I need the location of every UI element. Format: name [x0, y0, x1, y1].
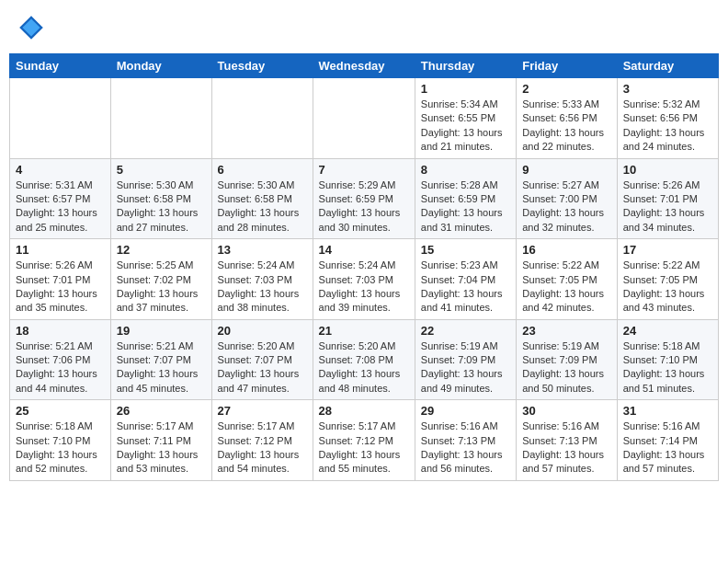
calendar-cell [10, 78, 111, 159]
calendar-cell [110, 78, 211, 159]
day-info: Sunrise: 5:28 AM Sunset: 6:59 PM Dayligh… [421, 178, 510, 236]
calendar-header-row: SundayMondayTuesdayWednesdayThursdayFrid… [10, 54, 719, 78]
calendar-cell: 18Sunrise: 5:21 AM Sunset: 7:06 PM Dayli… [10, 319, 111, 400]
day-info: Sunrise: 5:20 AM Sunset: 7:07 PM Dayligh… [218, 339, 307, 396]
day-info: Sunrise: 5:19 AM Sunset: 7:09 PM Dayligh… [421, 339, 510, 396]
day-number: 3 [623, 82, 712, 96]
day-info: Sunrise: 5:16 AM Sunset: 7:14 PM Dayligh… [623, 419, 712, 477]
calendar-cell: 31Sunrise: 5:16 AM Sunset: 7:14 PM Dayli… [617, 400, 718, 481]
day-number: 5 [117, 163, 206, 177]
day-info: Sunrise: 5:24 AM Sunset: 7:03 PM Dayligh… [319, 259, 409, 316]
calendar-cell: 28Sunrise: 5:17 AM Sunset: 7:12 PM Dayli… [313, 400, 415, 481]
day-number: 2 [522, 82, 610, 96]
day-info: Sunrise: 5:18 AM Sunset: 7:10 PM Dayligh… [16, 419, 105, 477]
day-number: 31 [623, 404, 712, 418]
day-number: 1 [421, 82, 510, 96]
weekday-header-thursday: Thursday [415, 54, 516, 78]
day-info: Sunrise: 5:16 AM Sunset: 7:13 PM Dayligh… [522, 419, 610, 477]
weekday-header-wednesday: Wednesday [313, 54, 415, 78]
weekday-header-tuesday: Tuesday [211, 54, 313, 78]
day-info: Sunrise: 5:24 AM Sunset: 7:03 PM Dayligh… [218, 259, 307, 316]
day-info: Sunrise: 5:30 AM Sunset: 6:58 PM Dayligh… [218, 178, 307, 236]
day-info: Sunrise: 5:26 AM Sunset: 7:01 PM Dayligh… [623, 178, 712, 236]
calendar-cell: 12Sunrise: 5:25 AM Sunset: 7:02 PM Dayli… [110, 239, 211, 320]
calendar-cell: 1Sunrise: 5:34 AM Sunset: 6:55 PM Daylig… [415, 78, 516, 159]
calendar-week-row: 11Sunrise: 5:26 AM Sunset: 7:01 PM Dayli… [10, 239, 719, 320]
day-info: Sunrise: 5:22 AM Sunset: 7:05 PM Dayligh… [522, 259, 610, 316]
calendar-cell: 15Sunrise: 5:23 AM Sunset: 7:04 PM Dayli… [415, 239, 516, 320]
day-number: 20 [218, 324, 307, 338]
calendar-cell: 6Sunrise: 5:30 AM Sunset: 6:58 PM Daylig… [211, 158, 313, 239]
calendar-table: SundayMondayTuesdayWednesdayThursdayFrid… [9, 53, 719, 481]
calendar-cell: 29Sunrise: 5:16 AM Sunset: 7:13 PM Dayli… [415, 400, 516, 481]
calendar-cell: 21Sunrise: 5:20 AM Sunset: 7:08 PM Dayli… [313, 319, 415, 400]
calendar-cell: 26Sunrise: 5:17 AM Sunset: 7:11 PM Dayli… [110, 400, 211, 481]
day-number: 18 [16, 324, 105, 338]
day-info: Sunrise: 5:16 AM Sunset: 7:13 PM Dayligh… [421, 419, 510, 477]
day-number: 19 [117, 324, 206, 338]
calendar-week-row: 4Sunrise: 5:31 AM Sunset: 6:57 PM Daylig… [10, 158, 719, 239]
calendar-cell: 11Sunrise: 5:26 AM Sunset: 7:01 PM Dayli… [10, 239, 111, 320]
page-header [9, 9, 719, 46]
day-info: Sunrise: 5:17 AM Sunset: 7:11 PM Dayligh… [117, 419, 206, 477]
calendar-cell: 9Sunrise: 5:27 AM Sunset: 7:00 PM Daylig… [517, 158, 617, 239]
day-number: 17 [623, 243, 712, 257]
day-number: 30 [522, 404, 610, 418]
day-info: Sunrise: 5:26 AM Sunset: 7:01 PM Dayligh… [16, 259, 105, 316]
logo-icon [17, 13, 46, 42]
calendar-cell: 23Sunrise: 5:19 AM Sunset: 7:09 PM Dayli… [517, 319, 617, 400]
day-number: 26 [117, 404, 206, 418]
day-number: 14 [319, 243, 409, 257]
calendar-cell: 22Sunrise: 5:19 AM Sunset: 7:09 PM Dayli… [415, 319, 516, 400]
calendar-week-row: 18Sunrise: 5:21 AM Sunset: 7:06 PM Dayli… [10, 319, 719, 400]
day-info: Sunrise: 5:22 AM Sunset: 7:05 PM Dayligh… [623, 259, 712, 316]
day-number: 13 [218, 243, 307, 257]
day-number: 24 [623, 324, 712, 338]
day-number: 4 [16, 163, 105, 177]
day-info: Sunrise: 5:30 AM Sunset: 6:58 PM Dayligh… [117, 178, 206, 236]
calendar-cell: 2Sunrise: 5:33 AM Sunset: 6:56 PM Daylig… [517, 78, 617, 159]
calendar-cell: 27Sunrise: 5:17 AM Sunset: 7:12 PM Dayli… [211, 400, 313, 481]
calendar-cell: 8Sunrise: 5:28 AM Sunset: 6:59 PM Daylig… [415, 158, 516, 239]
day-info: Sunrise: 5:19 AM Sunset: 7:09 PM Dayligh… [522, 339, 610, 396]
day-number: 27 [218, 404, 307, 418]
calendar-cell: 30Sunrise: 5:16 AM Sunset: 7:13 PM Dayli… [517, 400, 617, 481]
day-info: Sunrise: 5:29 AM Sunset: 6:59 PM Dayligh… [319, 178, 409, 236]
day-info: Sunrise: 5:33 AM Sunset: 6:56 PM Dayligh… [522, 98, 610, 155]
weekday-header-saturday: Saturday [617, 54, 718, 78]
calendar-cell: 17Sunrise: 5:22 AM Sunset: 7:05 PM Dayli… [617, 239, 718, 320]
day-number: 22 [421, 324, 510, 338]
calendar-cell [211, 78, 313, 159]
calendar-cell: 14Sunrise: 5:24 AM Sunset: 7:03 PM Dayli… [313, 239, 415, 320]
day-number: 21 [319, 324, 409, 338]
calendar-week-row: 1Sunrise: 5:34 AM Sunset: 6:55 PM Daylig… [10, 78, 719, 159]
day-number: 16 [522, 243, 610, 257]
day-number: 23 [522, 324, 610, 338]
day-info: Sunrise: 5:21 AM Sunset: 7:06 PM Dayligh… [16, 339, 105, 396]
day-info: Sunrise: 5:17 AM Sunset: 7:12 PM Dayligh… [319, 419, 409, 477]
day-number: 9 [522, 163, 610, 177]
calendar-cell: 24Sunrise: 5:18 AM Sunset: 7:10 PM Dayli… [617, 319, 718, 400]
calendar-cell: 7Sunrise: 5:29 AM Sunset: 6:59 PM Daylig… [313, 158, 415, 239]
weekday-header-sunday: Sunday [10, 54, 111, 78]
day-number: 15 [421, 243, 510, 257]
calendar-cell: 20Sunrise: 5:20 AM Sunset: 7:07 PM Dayli… [211, 319, 313, 400]
day-info: Sunrise: 5:32 AM Sunset: 6:56 PM Dayligh… [623, 98, 712, 155]
day-number: 12 [117, 243, 206, 257]
calendar-cell: 25Sunrise: 5:18 AM Sunset: 7:10 PM Dayli… [10, 400, 111, 481]
day-number: 10 [623, 163, 712, 177]
day-info: Sunrise: 5:27 AM Sunset: 7:00 PM Dayligh… [522, 178, 610, 236]
day-number: 29 [421, 404, 510, 418]
calendar-cell: 13Sunrise: 5:24 AM Sunset: 7:03 PM Dayli… [211, 239, 313, 320]
day-info: Sunrise: 5:31 AM Sunset: 6:57 PM Dayligh… [16, 178, 105, 236]
day-number: 7 [319, 163, 409, 177]
calendar-cell: 4Sunrise: 5:31 AM Sunset: 6:57 PM Daylig… [10, 158, 111, 239]
calendar-cell: 5Sunrise: 5:30 AM Sunset: 6:58 PM Daylig… [110, 158, 211, 239]
day-info: Sunrise: 5:25 AM Sunset: 7:02 PM Dayligh… [117, 259, 206, 316]
day-number: 28 [319, 404, 409, 418]
day-info: Sunrise: 5:23 AM Sunset: 7:04 PM Dayligh… [421, 259, 510, 316]
day-info: Sunrise: 5:17 AM Sunset: 7:12 PM Dayligh… [218, 419, 307, 477]
calendar-cell [313, 78, 415, 159]
calendar-cell: 16Sunrise: 5:22 AM Sunset: 7:05 PM Dayli… [517, 239, 617, 320]
day-number: 6 [218, 163, 307, 177]
